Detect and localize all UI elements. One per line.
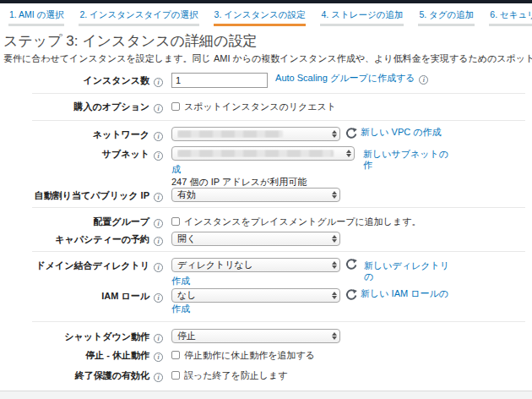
row-stop-hibernate: 停止 - 休止動作i 停止動作に休止動作を追加する [0, 347, 532, 362]
info-icon[interactable]: i [154, 151, 163, 161]
available-ip-note: 247 個の IP アドレスが利用可能 [171, 177, 307, 188]
refresh-icon[interactable] [345, 259, 357, 273]
redacted-subnet-value [177, 150, 334, 157]
info-icon[interactable]: i [154, 373, 163, 382]
domain-join-directory-label: ドメイン結合ディレクトリi [0, 258, 163, 272]
auto-assign-public-ip-select[interactable]: 有効 [171, 188, 340, 202]
select-arrows-icon [332, 261, 337, 269]
row-auto-assign-public-ip: 自動割り当てパブリック IPi 有効 [0, 188, 532, 202]
row-purchase-option: 購入のオプションi スポットインスタンスのリクエスト [0, 99, 532, 113]
select-arrows-icon [332, 235, 337, 243]
info-icon[interactable]: i [154, 132, 163, 141]
row-separator [32, 321, 525, 322]
tab-4-add-storage[interactable]: 4. ストレージの追加 [320, 7, 404, 26]
info-icon[interactable]: i [154, 237, 163, 246]
spot-instance-checkbox-label: スポットインスタンスのリクエスト [184, 101, 336, 112]
row-separator [32, 120, 525, 121]
info-icon[interactable]: i [154, 293, 163, 303]
termination-protection-label: 終了保護の有効化i [0, 368, 163, 382]
select-arrows-icon [332, 292, 337, 299]
select-arrows-icon [332, 332, 337, 340]
row-termination-protection: 終了保護の有効化i 誤った終了を防止します [0, 368, 532, 382]
capacity-reservation-label: キャパシティーの予約i [0, 232, 163, 246]
row-capacity-reservation: キャパシティーの予約i 開く [0, 232, 532, 246]
select-arrows-icon [332, 191, 337, 199]
select-arrows-icon [346, 150, 351, 157]
redacted-network-value [177, 130, 283, 138]
tab-2-choose-instance-type[interactable]: 2. インスタンスタイプの選択 [79, 7, 198, 26]
shutdown-behavior-select[interactable]: 停止 [171, 329, 340, 343]
row-placement-group: 配置グループi インスタンスをプレイスメントグループに追加します。 [0, 214, 532, 228]
row-separator [32, 207, 525, 208]
iam-role-select[interactable]: なし [171, 288, 340, 303]
instance-count-input[interactable] [171, 73, 268, 88]
refresh-icon[interactable] [345, 128, 357, 142]
subnet-label: サブネットi [0, 146, 163, 161]
placement-group-checkbox-label: インスタンスをプレイスメントグループに追加します。 [184, 216, 421, 227]
auto-assign-public-ip-label: 自動割り当てパブリック IPi [0, 188, 163, 202]
info-icon[interactable]: i [154, 334, 163, 343]
page-description: 要件に合わせてインスタンスを設定します。同じ AMI からの複数インスタンス作成… [3, 52, 532, 65]
row-shutdown-behavior: シャットダウン動作i 停止 [0, 329, 532, 343]
create-subnet-link[interactable]: 新しいサブネットの作 [363, 149, 454, 171]
create-autoscaling-group-link[interactable]: Auto Scaling グループに作成する [275, 73, 415, 83]
row-subnet: サブネットi 新しいサブネットの作 成 247 個の IP アドレスが利用可能 [0, 146, 532, 188]
hibernate-checkbox-label: 停止動作に休止動作を追加する [184, 350, 315, 360]
termination-protection-checkbox[interactable] [171, 371, 180, 380]
create-subnet-link-wrap[interactable]: 成 [171, 164, 181, 175]
termination-protection-checkbox-label: 誤った終了を防止します [184, 370, 288, 380]
info-icon[interactable]: i [154, 193, 163, 202]
tab-5-add-tags[interactable]: 5. タグの追加 [418, 7, 475, 26]
row-iam-role: IAM ロールi なし 新しい IAM ロールの作成 [0, 288, 532, 314]
select-arrows-icon [332, 130, 337, 138]
row-domain-join-directory: ドメイン結合ディレクトリi ディレクトリなし 新しいディレクトリの 作成 [0, 258, 532, 286]
row-separator [32, 93, 525, 94]
info-icon[interactable]: i [154, 104, 163, 113]
row-separator [32, 251, 525, 252]
capacity-reservation-select[interactable]: 開く [171, 232, 340, 246]
page-title: ステップ 3: インスタンスの詳細の設定 [3, 31, 532, 51]
placement-group-label: 配置グループi [0, 214, 163, 228]
refresh-icon[interactable] [345, 289, 357, 303]
info-icon[interactable]: i [154, 78, 163, 87]
wizard-step-tabs: 1. AMI の選択 2. インスタンスタイプの選択 3. インスタンスの設定 … [0, 3, 532, 26]
info-icon[interactable]: i [419, 75, 428, 85]
create-directory-link[interactable]: 新しいディレクトリの [364, 260, 454, 282]
shutdown-behavior-label: シャットダウン動作i [0, 329, 163, 343]
network-select[interactable] [171, 127, 340, 141]
purchase-option-label: 購入のオプションi [0, 99, 163, 113]
placement-group-checkbox[interactable] [171, 217, 180, 226]
create-vpc-link[interactable]: 新しい VPC の作成 [361, 127, 442, 137]
tab-3-configure-instance[interactable]: 3. インスタンスの設定 [214, 7, 307, 26]
row-network: ネットワークi 新しい VPC の作成 [0, 127, 532, 142]
wizard-footer [0, 391, 532, 399]
spot-instance-checkbox[interactable] [171, 102, 180, 111]
info-icon[interactable]: i [154, 263, 163, 272]
info-icon[interactable]: i [154, 353, 163, 362]
instance-count-label: インスタンス数i [0, 73, 163, 87]
subnet-select[interactable] [171, 146, 355, 161]
network-label: ネットワークi [0, 127, 163, 141]
hibernate-checkbox[interactable] [171, 351, 180, 359]
iam-role-label: IAM ロールi [0, 288, 163, 303]
row-instance-count: インスタンス数i Auto Scaling グループに作成するi [0, 73, 532, 88]
tab-1-choose-ami[interactable]: 1. AMI の選択 [8, 7, 64, 26]
create-directory-link-wrap[interactable]: 作成 [171, 276, 190, 287]
info-icon[interactable]: i [154, 219, 163, 228]
stop-hibernate-label: 停止 - 休止動作i [0, 347, 163, 362]
tab-6-configure-security-group[interactable]: 6. セキュリティグループの設定 [489, 7, 532, 26]
domain-join-directory-select[interactable]: ディレクトリなし [171, 258, 340, 272]
